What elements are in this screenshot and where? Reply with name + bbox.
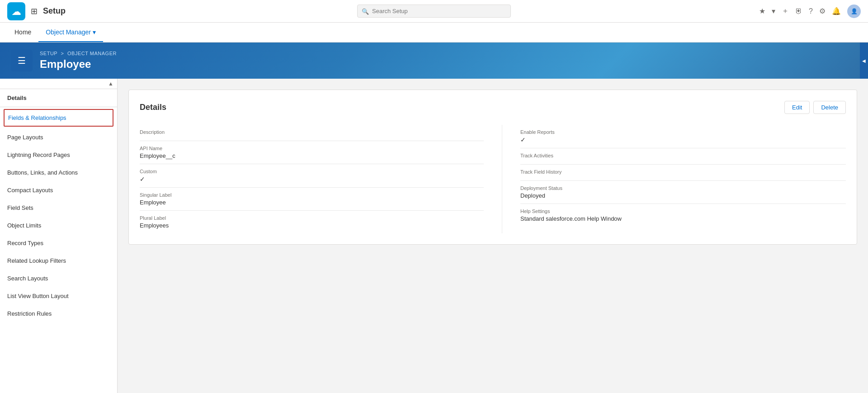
sidebar-item-page-layouts[interactable]: Page Layouts	[0, 128, 117, 146]
top-nav-right: ★ ▾ ＋ ⛨ ? ⚙ 🔔 👤	[759, 5, 861, 18]
svg-text:☁: ☁	[12, 7, 21, 17]
collapse-panel-icon: ◀	[862, 58, 866, 63]
search-container: 🔍	[357, 5, 511, 18]
app-title: Setup	[43, 6, 66, 16]
field-custom: Custom ✓	[140, 164, 484, 188]
help-icon[interactable]: ⛨	[795, 7, 802, 15]
search-input[interactable]	[357, 5, 511, 18]
detail-title: Details	[140, 103, 166, 112]
edit-button[interactable]: Edit	[784, 101, 810, 114]
sidebar-item-object-limits[interactable]: Object Limits	[0, 217, 117, 234]
sidebar-item-buttons-links-actions[interactable]: Buttons, Links, and Actions	[0, 164, 117, 181]
breadcrumb-object-manager[interactable]: OBJECT MANAGER	[67, 51, 117, 56]
sidebar-item-restriction-rules[interactable]: Restriction Rules	[0, 305, 117, 322]
detail-card: Details Edit Delete Description API Name	[128, 90, 857, 245]
sidebar-scroll-up: ▲	[0, 79, 117, 89]
avatar[interactable]: 👤	[847, 5, 861, 18]
sidebar-item-list-view-button-layout[interactable]: List View Button Layout	[0, 287, 117, 305]
field-help-settings: Help Settings Standard salesforce.com He…	[520, 204, 846, 227]
field-api-name: API Name Employee__c	[140, 141, 484, 164]
sidebar-item-lightning-record-pages[interactable]: Lightning Record Pages	[0, 146, 117, 164]
main-area: ▲ Details Fields & Relationships Page La…	[0, 79, 868, 393]
sidebar-item-related-lookup-filters[interactable]: Related Lookup Filters	[0, 252, 117, 270]
delete-button[interactable]: Delete	[813, 101, 846, 114]
object-icon: ☰	[18, 55, 26, 66]
detail-fields-grid: Description API Name Employee__c Custom …	[140, 125, 846, 233]
top-navigation: ☁ ⊞ Setup 🔍 ★ ▾ ＋ ⛨ ? ⚙ 🔔 👤	[0, 0, 868, 23]
field-plural-label: Plural Label Employees	[140, 211, 484, 233]
left-column: Description API Name Employee__c Custom …	[140, 125, 484, 233]
collapse-panel-button[interactable]: ◀	[860, 43, 868, 79]
notifications-icon[interactable]: 🔔	[832, 7, 841, 15]
field-track-field-history: Track Field History	[520, 165, 846, 181]
breadcrumb-separator: >	[61, 51, 64, 56]
salesforce-logo: ☁	[7, 2, 25, 20]
second-navigation: Home Object Manager ▾	[0, 23, 868, 43]
nav-home[interactable]: Home	[7, 23, 38, 42]
breadcrumb: SETUP > OBJECT MANAGER	[40, 51, 117, 56]
nav-object-manager[interactable]: Object Manager ▾	[38, 23, 103, 42]
sidebar-details-header: Details	[0, 89, 117, 107]
favorites-dropdown-icon[interactable]: ▾	[772, 7, 775, 15]
field-deployment-status: Deployment Status Deployed	[520, 181, 846, 204]
field-singular-label: Singular Label Employee	[140, 188, 484, 211]
scroll-up-arrow-icon[interactable]: ▲	[108, 80, 113, 87]
content-area: Details Edit Delete Description API Name	[118, 79, 868, 393]
add-icon[interactable]: ＋	[782, 6, 789, 16]
sidebar: ▲ Details Fields & Relationships Page La…	[0, 79, 118, 393]
favorites-star-icon[interactable]: ★	[759, 7, 765, 15]
header-text: SETUP > OBJECT MANAGER Employee	[40, 51, 117, 71]
question-icon[interactable]: ?	[809, 7, 813, 15]
sidebar-item-compact-layouts[interactable]: Compact Layouts	[0, 181, 117, 199]
breadcrumb-setup[interactable]: SETUP	[40, 51, 57, 56]
sidebar-item-field-sets[interactable]: Field Sets	[0, 199, 117, 217]
field-enable-reports: Enable Reports ✓	[520, 125, 846, 148]
sidebar-item-fields-relationships[interactable]: Fields & Relationships	[4, 109, 113, 127]
field-description: Description	[140, 125, 484, 141]
object-name: Employee	[40, 58, 117, 71]
header-band: ☰ SETUP > OBJECT MANAGER Employee ◀	[0, 43, 868, 79]
object-icon-box: ☰	[11, 50, 33, 71]
field-track-activities: Track Activities	[520, 148, 846, 165]
sidebar-item-search-layouts[interactable]: Search Layouts	[0, 270, 117, 287]
search-icon: 🔍	[362, 8, 369, 14]
apps-grid-icon[interactable]: ⊞	[31, 6, 38, 16]
action-buttons: Edit Delete	[784, 101, 846, 114]
sidebar-item-record-types[interactable]: Record Types	[0, 234, 117, 252]
right-column: Enable Reports ✓ Track Activities Track …	[502, 125, 846, 233]
detail-header: Details Edit Delete	[140, 101, 846, 114]
settings-icon[interactable]: ⚙	[819, 7, 826, 15]
object-manager-dropdown-icon: ▾	[93, 28, 96, 36]
